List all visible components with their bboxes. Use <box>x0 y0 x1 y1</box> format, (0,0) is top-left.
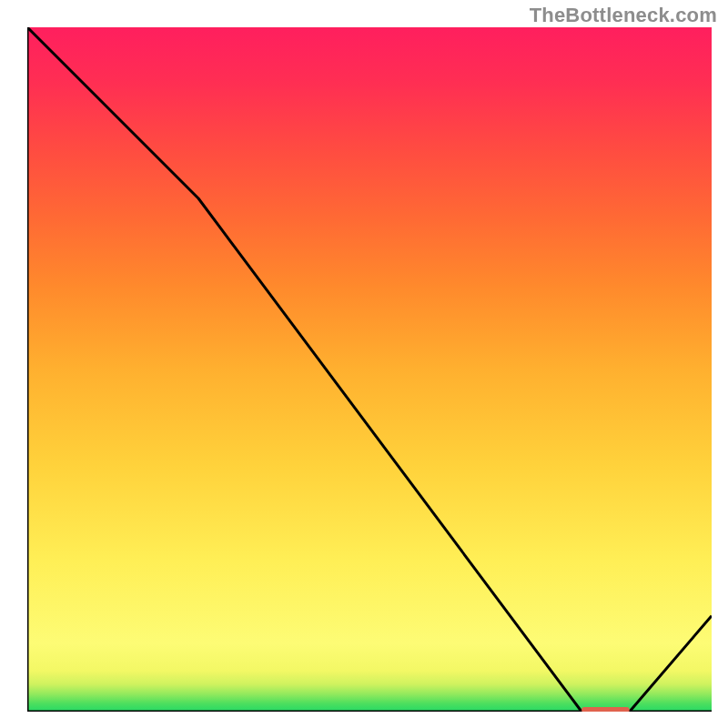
chart-container: TheBottleneck.com <box>0 0 728 728</box>
min-marker <box>581 707 630 712</box>
plot-overlay <box>27 27 712 712</box>
watermark-text: TheBottleneck.com <box>530 4 717 27</box>
plot-area <box>27 27 712 712</box>
trend-line <box>27 27 712 712</box>
